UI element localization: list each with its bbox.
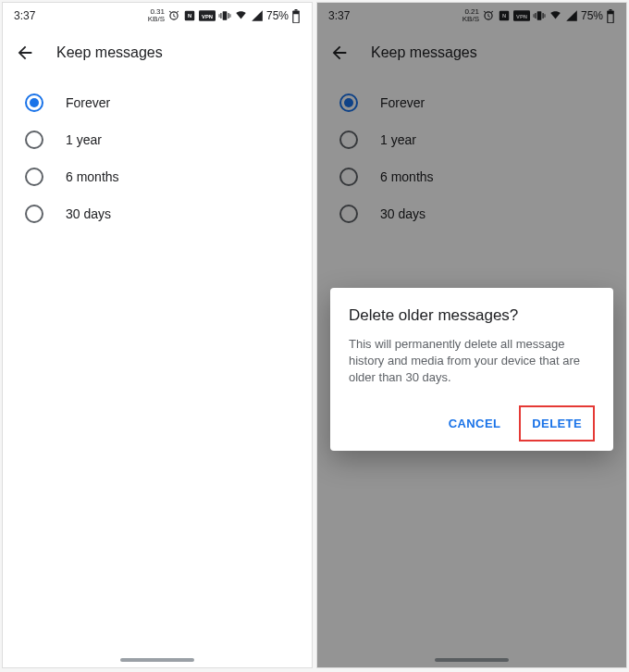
nav-indicator	[435, 658, 509, 662]
option-forever[interactable]: Forever	[3, 84, 312, 121]
vibrate-icon	[218, 9, 231, 22]
svg-rect-11	[293, 14, 298, 22]
svg-text:N: N	[502, 13, 506, 19]
radio-icon	[339, 205, 358, 223]
status-battery-percent: 75%	[581, 9, 603, 22]
back-button[interactable]	[328, 42, 351, 64]
option-label: Forever	[380, 95, 425, 110]
vibrate-icon	[533, 9, 546, 22]
option-label: 6 months	[380, 169, 434, 184]
nav-indicator	[120, 658, 194, 662]
svg-rect-4	[223, 11, 228, 19]
signal-icon	[565, 9, 578, 22]
radio-icon	[25, 93, 43, 112]
option-1-year[interactable]: 1 year	[317, 121, 626, 158]
option-6-months[interactable]: 6 months	[317, 158, 626, 195]
svg-rect-20	[545, 14, 546, 18]
option-label: Forever	[66, 95, 110, 110]
alarm-icon	[482, 9, 495, 22]
svg-rect-6	[228, 13, 228, 19]
option-30-days[interactable]: 30 days	[3, 195, 312, 232]
delete-dialog: Delete older messages? This will permane…	[330, 288, 613, 451]
highlight-box: DELETE	[519, 405, 595, 442]
option-6-months[interactable]: 6 months	[3, 158, 312, 195]
page-title: Keep messages	[56, 44, 163, 61]
option-label: 1 year	[66, 132, 102, 147]
option-forever[interactable]: Forever	[317, 84, 626, 121]
delete-button[interactable]: DELETE	[523, 409, 591, 438]
wifi-icon	[549, 9, 562, 22]
app-header: Keep messages	[317, 29, 626, 77]
svg-text:VPN: VPN	[202, 14, 213, 19]
cancel-button[interactable]: CANCEL	[439, 409, 511, 438]
nfc-icon: N	[183, 9, 196, 22]
nfc-icon: N	[498, 9, 511, 22]
option-label: 30 days	[380, 206, 426, 221]
svg-rect-7	[219, 14, 220, 18]
status-battery-percent: 75%	[266, 9, 289, 22]
vpn-icon: VPN	[199, 9, 216, 22]
options-list: Forever 1 year 6 months 30 days	[317, 77, 626, 240]
battery-icon	[606, 9, 615, 23]
svg-rect-16	[537, 11, 542, 19]
radio-icon	[339, 93, 358, 112]
svg-rect-22	[610, 9, 612, 11]
radio-icon	[339, 168, 358, 186]
svg-rect-23	[608, 14, 612, 22]
status-time: 3:37	[328, 9, 350, 22]
app-header: Keep messages	[3, 29, 312, 77]
phone-screen-right: 3:37 0.21KB/S N VPN 75%	[316, 2, 627, 668]
radio-icon	[25, 205, 43, 223]
status-bar: 3:37 0.31KB/S N VPN 75%	[3, 3, 312, 29]
page-title: Keep messages	[371, 44, 477, 61]
dialog-title: Delete older messages?	[349, 306, 595, 325]
dialog-body: This will permanently delete all message…	[349, 336, 595, 387]
svg-rect-18	[542, 13, 543, 19]
status-kbps: 0.21KB/S	[462, 8, 479, 23]
battery-icon	[291, 9, 301, 23]
svg-text:N: N	[188, 13, 191, 19]
svg-text:VPN: VPN	[516, 14, 527, 19]
option-label: 30 days	[66, 206, 111, 221]
wifi-icon	[234, 9, 248, 22]
status-time: 3:37	[14, 9, 35, 22]
svg-rect-10	[295, 9, 298, 11]
status-kbps: 0.31KB/S	[148, 8, 165, 23]
option-1-year[interactable]: 1 year	[3, 121, 312, 158]
radio-icon	[25, 168, 43, 186]
svg-rect-19	[534, 14, 535, 18]
svg-rect-8	[230, 14, 231, 18]
options-list: Forever 1 year 6 months 30 days	[3, 77, 312, 240]
svg-rect-5	[220, 13, 221, 19]
back-button[interactable]	[14, 42, 36, 64]
signal-icon	[251, 9, 264, 22]
option-label: 1 year	[380, 132, 416, 147]
vpn-icon: VPN	[513, 9, 530, 22]
option-label: 6 months	[66, 169, 119, 184]
svg-rect-17	[535, 13, 536, 19]
option-30-days[interactable]: 30 days	[317, 195, 626, 232]
dialog-actions: CANCEL DELETE	[349, 405, 595, 442]
radio-icon	[339, 131, 358, 149]
phone-screen-left: 3:37 0.31KB/S N VPN 75%	[2, 2, 313, 668]
radio-icon	[25, 131, 43, 149]
status-bar: 3:37 0.21KB/S N VPN 75%	[317, 3, 626, 29]
alarm-icon	[167, 9, 180, 22]
